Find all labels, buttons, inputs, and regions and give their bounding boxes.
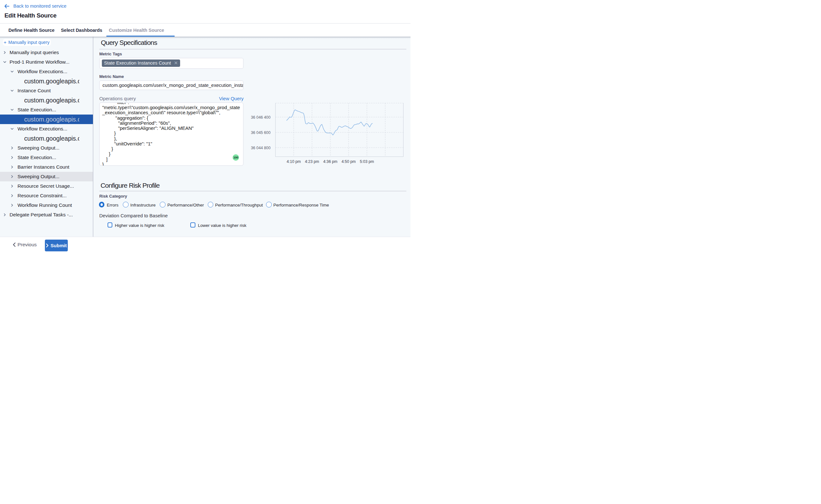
svg-text:36 044 800: 36 044 800 — [251, 146, 270, 150]
svg-text:4:50 pm: 4:50 pm — [341, 159, 355, 164]
svg-text:36 045 600: 36 045 600 — [251, 130, 270, 135]
svg-text:5:03 pm: 5:03 pm — [360, 159, 374, 164]
svg-text:4:23 pm: 4:23 pm — [305, 159, 319, 164]
svg-text:4:36 pm: 4:36 pm — [323, 159, 337, 164]
svg-text:36 046 400: 36 046 400 — [251, 115, 270, 120]
svg-text:4:10 pm: 4:10 pm — [287, 159, 301, 164]
